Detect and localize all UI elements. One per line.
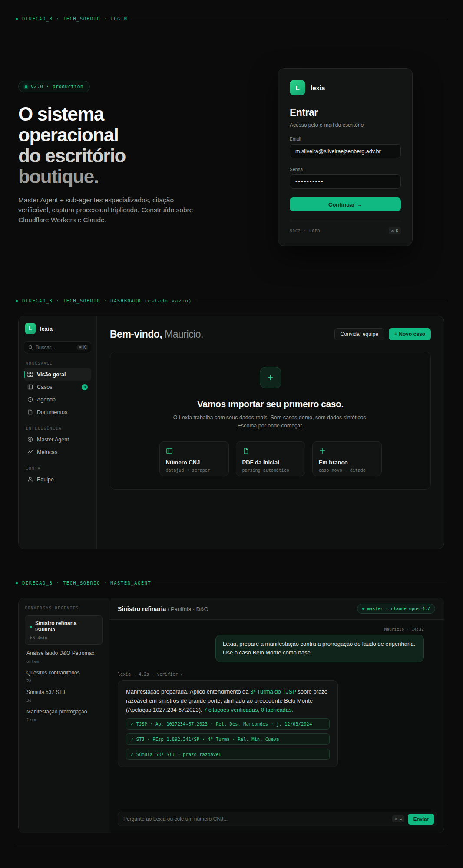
citation-chip[interactable]: ✓ STJ · REsp 1.892.341/SP · 4ª Turma · R… [126,733,330,745]
section-header-dashboard: DIRECAO_B · TECH_SOBRIO · DASHBOARD (est… [16,298,447,303]
conversation-title: Quesitos contraditórios [26,670,101,676]
conversation-time: ontem [26,659,101,664]
sidebar-item-equipe[interactable]: Equipe [24,473,91,486]
agent-message-card: Manifestação preparada. Aplico entendime… [118,680,338,767]
hero-title-line: do escritório [18,145,126,166]
sidebar-brand: L lexia [24,323,91,334]
sidebar-section-label: WORKSPACE [26,361,91,365]
sidebar-item-label: Agenda [37,397,56,403]
option-numero-cnj[interactable]: Número CNJ datajud + scraper [159,441,229,476]
brand-row: L lexia [290,80,401,95]
hero-title-line: O sistema [18,103,104,125]
section-label: DIRECAO_B · TECH_SOBRIO · DASHBOARD (est… [22,298,192,303]
password-field[interactable] [290,174,401,189]
chat-input-bar: ⌘ ↵ Enviar [118,812,437,826]
login-subtitle: Acesso pelo e-mail do escritório [290,122,401,128]
hero: v2.0 · production O sistema operacional … [18,81,214,225]
option-pdf-inicial[interactable]: PDF da inicial parsing automático [236,441,305,476]
section-login: DIRECAO_B · TECH_SOBRIO · LOGIN v2.0 · p… [0,0,463,301]
status-dot-icon [362,608,364,610]
bottom-divider [16,845,447,845]
dashboard-main: Bem-vindo, Mauricio. Convidar equipe + N… [97,316,444,549]
cmd-k-shortcut[interactable]: ⌘ K [389,227,401,234]
plus-icon[interactable]: + [260,367,281,388]
dashboard-sidebar: L lexia Buscar... ⌘ K WORKSPACE Visão ge… [19,316,97,549]
chat-title: Sinistro refinaria / Paulínia · D&O [118,605,208,613]
sidebar-section-label: CONTA [26,466,91,470]
email-field[interactable] [290,144,401,158]
sidebar-item-agenda[interactable]: Agenda [24,393,91,406]
grid-icon [27,372,33,377]
option-subtitle: datajud + scraper [166,468,222,473]
sidebar-item-label: Métricas [37,449,57,455]
option-title: PDF da inicial [242,459,299,466]
sidebar-item-metricas[interactable]: Métricas [24,446,91,458]
login-card: L lexia Entrar Acesso pelo e-mail do esc… [278,68,413,246]
sidebar-item-master-agent[interactable]: Master Agent [24,433,91,446]
version-badge-label: v2.0 · production [31,84,83,89]
version-badge: v2.0 · production [18,81,90,92]
login-footer: SOC2 · LGPD ⌘ K [290,227,401,234]
new-case-button[interactable]: + Novo caso [389,328,431,340]
option-title: Número CNJ [166,459,222,466]
invite-team-button[interactable]: Convidar equipe [334,328,384,340]
section-master-agent: DIRECAO_B · TECH_SOBRIO · MASTER_AGENT C… [0,583,463,868]
person-icon [27,477,33,482]
dashboard-topbar: Bem-vindo, Mauricio. Convidar equipe + N… [110,328,431,340]
section-header-master-agent: DIRECAO_B · TECH_SOBRIO · MASTER_AGENT [16,580,447,585]
brand-name: lexia [311,84,325,92]
welcome-bold: Bem-vindo, [110,329,162,340]
option-em-branco[interactable]: Em branco caso novo · ditado [312,441,382,476]
metrics-icon [27,449,33,455]
section-dashboard: DIRECAO_B · TECH_SOBRIO · DASHBOARD (est… [0,301,463,583]
model-badge-label: master · claude opus 4.7 [367,606,430,611]
citation-chip[interactable]: ✓ Súmula 537 STJ · prazo razoável [126,749,330,760]
sidebar-item-visao-geral[interactable]: Visão geral [24,368,91,381]
email-label: Email [290,137,401,141]
password-label: Senha [290,167,401,172]
section-header-login: DIRECAO_B · TECH_SOBRIO · LOGIN [16,16,447,21]
continue-button[interactable]: Continuar → [290,197,401,211]
brand-name: lexia [40,326,53,332]
hero-title-line: operacional [18,124,118,145]
conversation-item[interactable]: Quesitos contraditórios 2d [25,664,103,684]
conversations-label: CONVERSAS RECENTES [25,606,103,610]
conversation-time: há 4min [30,635,97,640]
conversation-title: Manifestação prorrogação [26,709,101,715]
section-bullet-icon [16,582,18,584]
page: DIRECAO_B · TECH_SOBRIO · LOGIN v2.0 · p… [0,0,463,868]
section-divider [132,19,447,19]
dashboard-window: L lexia Buscar... ⌘ K WORKSPACE Visão ge… [18,316,444,549]
conversation-item[interactable]: Súmula 537 STJ 3d [25,684,103,704]
hero-title-line: boutique. [18,166,98,187]
cases-count-badge: 0 [82,384,88,390]
chat-body: Mauricio · 14:32 Lexia, prepare a manife… [109,620,444,833]
welcome-heading: Bem-vindo, Mauricio. [110,329,203,340]
send-button[interactable]: Enviar [408,814,434,825]
chat-input[interactable] [123,816,389,822]
plus-icon [319,447,375,455]
empty-state-title: Vamos importar seu primeiro caso. [197,399,344,409]
option-subtitle: parsing automático [242,468,299,473]
section-divider [196,301,447,301]
columns-icon [166,447,222,455]
section-bullet-icon [16,18,18,20]
agent-message-meta: lexia · 4.2s · verifier ✓ [118,672,437,677]
sidebar-item-casos[interactable]: Casos 0 [24,381,91,393]
search-input[interactable]: Buscar... ⌘ K [24,341,91,353]
conversation-time: 3d [26,698,101,703]
sidebar-item-label: Casos [37,384,52,390]
conversation-item[interactable]: Análise laudo D&O Petromax ontem [25,645,103,664]
citation-chip[interactable]: ✓ TJSP · Ap. 1027234-67.2023 · Rel. Des.… [126,718,330,730]
sidebar-item-documentos[interactable]: Documentos [24,406,91,418]
active-dot-icon [30,626,32,628]
login-title: Entrar [290,107,401,118]
target-icon [27,437,33,442]
option-title: Em branco [319,459,375,466]
dashboard-actions: Convidar equipe + Novo caso [334,328,431,340]
conversation-item-active[interactable]: Sinistro refinaria Paulínia há 4min [25,615,103,645]
compliance-label: SOC2 · LGPD [290,229,321,233]
sidebar-section-label: INTELIGÊNCIA [26,426,91,431]
hero-title: O sistema operacional do escritório bout… [18,104,214,187]
conversation-item[interactable]: Manifestação prorrogação 1sem [25,704,103,723]
